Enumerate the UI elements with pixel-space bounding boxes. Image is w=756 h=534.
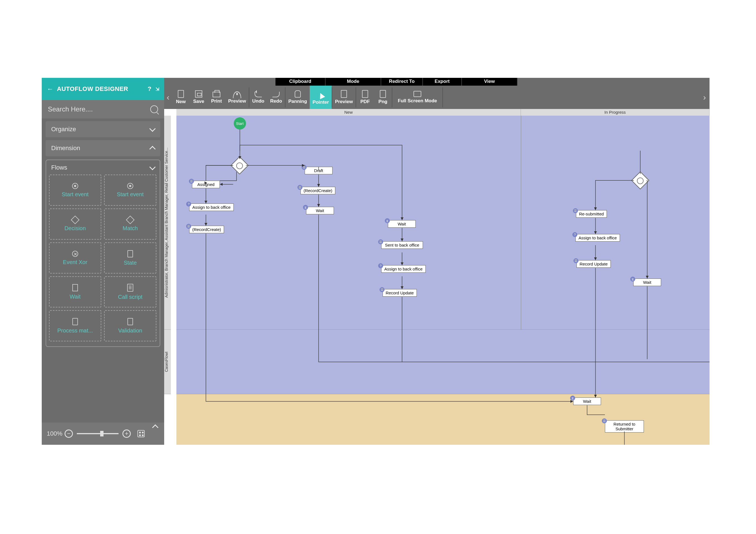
zoom-out-button[interactable]: − — [65, 429, 73, 438]
state-badge-icon: ☰ — [297, 185, 303, 190]
png-button[interactable]: Png — [374, 86, 392, 109]
ribbon-scroll-left[interactable]: ‹ — [164, 92, 172, 102]
preview-button[interactable]: Preview — [225, 86, 249, 109]
canvas[interactable]: New In Progress Admisnistrator, Branch M… — [164, 109, 710, 445]
node-returned-submitter[interactable]: ☰Returned to Submitter — [605, 420, 644, 433]
diamond-icon — [126, 216, 134, 224]
search-bar[interactable]: Search Here.... — [42, 100, 164, 118]
stencil-decision[interactable]: Decision — [49, 209, 101, 240]
node-wait-1[interactable]: ⧖Wait — [306, 207, 334, 214]
row-label-2[interactable]: CasesFlowI — [164, 330, 171, 394]
lane-row1 — [176, 115, 710, 330]
node-wait-4[interactable]: ⧖Wait — [573, 397, 601, 405]
node-record-create-1[interactable]: ☰(RecordCreate) — [189, 226, 224, 233]
dot-icon — [127, 183, 133, 189]
zoom-slider[interactable] — [77, 433, 119, 434]
print-icon — [213, 92, 220, 97]
page-icon — [127, 250, 133, 257]
tab-redirect[interactable]: Redirect To — [381, 78, 423, 86]
search-placeholder: Search Here.... — [48, 105, 93, 113]
row-label-1[interactable]: Admisnistrator, Branch Manager, Assistan… — [164, 115, 171, 330]
stencil-start-event[interactable]: Start event — [104, 175, 156, 206]
zoom-bar: 100% − + — [42, 422, 164, 445]
node-record-create-2[interactable]: ☰(RecordCreate) — [301, 187, 335, 194]
state-badge-icon: ☰ — [574, 258, 579, 263]
fullscreen-icon — [414, 91, 421, 97]
chevron-up-icon[interactable] — [152, 424, 159, 431]
panel-organize[interactable]: Organize — [46, 121, 160, 137]
redo-icon — [272, 92, 280, 97]
panel-flows: Flows Start event Start event Decision M… — [46, 160, 160, 347]
node-record-update-2[interactable]: ☰Record Update — [577, 260, 611, 268]
node-wait-3[interactable]: ⧖Wait — [633, 279, 661, 286]
pdf-icon — [362, 90, 368, 98]
stencil-process-mat[interactable]: Process mat... — [49, 310, 101, 342]
stencil-start-event[interactable]: Start event — [49, 175, 101, 206]
tab-clipboard[interactable]: Clipboard — [276, 78, 326, 86]
pointer-icon — [316, 89, 325, 99]
hand-icon — [295, 90, 301, 98]
pdf-button[interactable]: PDF — [356, 86, 374, 109]
ribbon-tabs: Clipboard Mode Redirect To Export View — [164, 78, 710, 86]
stencil-event-xor[interactable]: Event Xor — [49, 242, 101, 273]
preview2-button[interactable]: Preview — [332, 86, 356, 109]
node-assigned[interactable]: ☰Assigned — [192, 181, 220, 188]
tab-view[interactable]: View — [462, 78, 518, 86]
node-assign-back-office[interactable]: ?Assign to back office — [189, 203, 234, 211]
node-sent-back-office[interactable]: ☰Sent to back office — [381, 241, 423, 249]
question-badge-icon: ? — [378, 263, 383, 268]
save-button[interactable]: Save — [190, 86, 207, 109]
back-arrow-icon[interactable]: ← — [47, 85, 54, 93]
chevron-up-icon — [149, 146, 156, 152]
lane-row2 — [176, 330, 710, 394]
save-icon — [195, 90, 202, 98]
stencil-wait[interactable]: Wait — [49, 276, 101, 307]
state-badge-icon: ☰ — [380, 287, 385, 292]
zoom-in-button[interactable]: + — [122, 429, 131, 438]
node-record-update[interactable]: ☰Record Update — [383, 289, 417, 296]
redo-button[interactable]: Redo — [267, 86, 285, 109]
tab-export[interactable]: Export — [423, 78, 462, 86]
node-wait-2[interactable]: ⧖Wait — [388, 220, 416, 228]
diamond-icon — [71, 216, 79, 224]
app-title: AUTOFLOW DESIGNER — [57, 85, 128, 92]
xor-icon — [72, 251, 78, 257]
panning-button[interactable]: Panning — [285, 86, 310, 109]
tab-mode[interactable]: Mode — [326, 78, 381, 86]
node-draft[interactable]: ☰Draft — [305, 167, 333, 174]
state-badge-icon: ☰ — [302, 165, 307, 170]
col-inprogress[interactable]: In Progress — [521, 109, 710, 115]
node-start[interactable]: Start — [234, 117, 246, 130]
state-badge-icon: ☰ — [378, 239, 383, 244]
ribbon-scroll-right[interactable]: › — [701, 92, 708, 102]
undo-button[interactable]: Undo — [249, 86, 267, 109]
stencil-state[interactable]: State — [104, 242, 156, 273]
wait-badge-icon: ⧖ — [630, 277, 635, 282]
node-resubmitted[interactable]: ☰Re-submitted — [576, 210, 607, 218]
state-badge-icon: ☰ — [602, 419, 607, 423]
state-badge-icon: ☰ — [573, 208, 578, 213]
chevron-down-icon[interactable] — [149, 164, 156, 170]
wait-badge-icon: ⧖ — [570, 395, 575, 400]
grid-icon[interactable] — [137, 430, 145, 437]
state-badge-icon: ☰ — [186, 224, 191, 229]
expand-icon[interactable]: ⇲ — [155, 87, 159, 92]
pointer-button[interactable]: Pointer — [310, 86, 332, 109]
script-icon — [127, 284, 133, 292]
new-button[interactable]: New — [172, 86, 190, 109]
column-headers: New In Progress — [176, 109, 710, 115]
node-assign-back-office-2[interactable]: ?Assign to back office — [381, 265, 426, 273]
col-new[interactable]: New — [176, 109, 521, 115]
eye-icon — [233, 91, 241, 98]
search-icon[interactable] — [150, 105, 158, 113]
print-button[interactable]: Print — [207, 86, 225, 109]
node-assign-back-office-3[interactable]: ?Assign to back office — [576, 234, 620, 242]
page-icon — [127, 318, 133, 325]
stencil-validation[interactable]: Validation — [104, 310, 156, 342]
panel-dimension[interactable]: Dimension — [46, 140, 160, 156]
ribbon: ‹ New Save Print Preview Undo Redo Panni… — [164, 86, 710, 109]
help-icon[interactable]: ? — [148, 85, 152, 92]
fullscreen-button[interactable]: Full Screen Mode — [392, 86, 443, 109]
stencil-call-script[interactable]: Call script — [104, 276, 156, 307]
stencil-match[interactable]: Match — [104, 209, 156, 240]
